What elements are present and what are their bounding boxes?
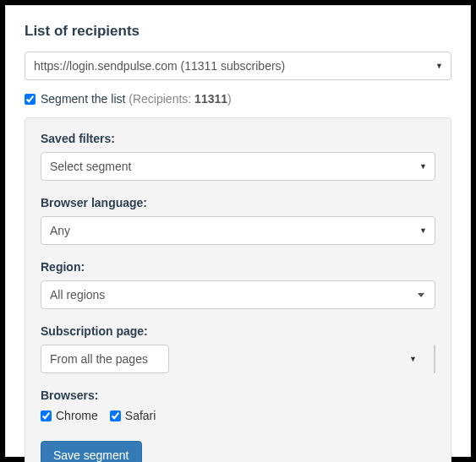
recipients-count: 11311 <box>194 92 227 106</box>
browser-language-select[interactable]: Any <box>41 216 435 245</box>
subscription-page-group: Subscription page: From all the pages <box>41 324 435 373</box>
browser-chrome-option[interactable]: Chrome <box>41 409 98 422</box>
browser-safari-label: Safari <box>125 409 156 422</box>
browser-language-group: Browser language: Any <box>41 196 435 245</box>
browsers-group: Browsers: Chrome Safari <box>41 389 435 422</box>
saved-filters-select-wrap: Select segment <box>41 152 435 181</box>
segment-checkbox-row: Segment the list (Recipients: 11311) <box>25 92 451 106</box>
browser-language-label: Browser language: <box>41 196 435 209</box>
saved-filters-select[interactable]: Select segment <box>41 152 435 181</box>
filters-panel: Saved filters: Select segment Browser la… <box>25 117 451 462</box>
browser-safari-option[interactable]: Safari <box>110 409 156 422</box>
region-group: Region: All regions <box>41 260 435 309</box>
segment-label: Segment the list <box>41 92 125 106</box>
browser-safari-checkbox[interactable] <box>110 410 121 421</box>
subscription-page-label: Subscription page: <box>41 324 435 338</box>
region-select[interactable]: All regions <box>41 280 435 309</box>
browser-chrome-checkbox[interactable] <box>41 410 52 421</box>
recipients-select-wrap: https://login.sendpulse.com (11311 subsc… <box>25 52 451 80</box>
saved-filters-group: Saved filters: Select segment <box>41 132 435 181</box>
saved-filters-label: Saved filters: <box>41 132 435 145</box>
region-label: Region: <box>41 260 435 274</box>
page-title: List of recipients <box>25 23 451 40</box>
browser-chrome-label: Chrome <box>56 409 98 422</box>
recipients-suffix: ) <box>227 92 232 106</box>
segment-checkbox[interactable] <box>25 94 36 105</box>
subscription-page-input-disabled <box>434 345 435 373</box>
recipients-prefix: (Recipients: <box>129 92 194 106</box>
region-selected-text: All regions <box>50 288 105 302</box>
browsers-label: Browsers: <box>41 389 435 402</box>
browser-language-select-wrap: Any <box>41 216 435 245</box>
save-segment-button[interactable]: Save segment <box>41 441 142 462</box>
recipients-panel: List of recipients https://login.sendpul… <box>5 5 471 457</box>
subscription-page-select-wrap: From all the pages <box>41 345 425 373</box>
subscription-page-select[interactable]: From all the pages <box>41 345 169 373</box>
recipients-select[interactable]: https://login.sendpulse.com (11311 subsc… <box>25 52 451 80</box>
